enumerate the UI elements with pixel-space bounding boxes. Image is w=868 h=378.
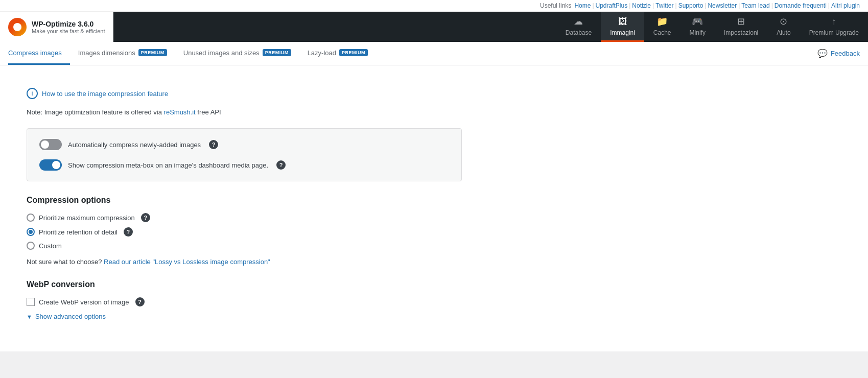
sub-tab-unused-label: Unused images and sizes <box>183 49 260 57</box>
sub-tab-dimensions[interactable]: Images dimensions PREMIUM <box>70 42 175 65</box>
nav-tab-minify[interactable]: 🎮 Minify <box>681 12 715 42</box>
useful-links-bar: Useful links Home| UpdraftPlus| Notizie|… <box>0 0 868 12</box>
article-link-text: Not sure what to choose? Read our articl… <box>27 258 462 266</box>
meta-box-label: Show compression meta-box on an image's … <box>68 161 268 169</box>
nav-tab-database[interactable]: ☁ Database <box>556 12 601 42</box>
cache-icon: 📁 <box>656 16 668 27</box>
nav-tab-aiuto-label: Aiuto <box>777 29 790 36</box>
radio-detail[interactable] <box>27 228 35 236</box>
info-link-text: How to use the image compression feature <box>42 90 168 98</box>
info-icon: i <box>27 88 38 99</box>
radio-group: Prioritize maximum compression ? Priorit… <box>27 213 462 250</box>
link-supporto[interactable]: Supporto <box>678 2 703 9</box>
logo-title: WP-Optimize 3.6.0 <box>32 20 105 28</box>
note-prefix: Note: Image optimization feature is offe… <box>27 108 164 116</box>
sub-tab-unused[interactable]: Unused images and sizes PREMIUM <box>175 42 299 65</box>
compression-section: Compression options Prioritize maximum c… <box>27 196 462 266</box>
sub-tab-lazyload[interactable]: Lazy-load PREMIUM <box>299 42 376 65</box>
auto-compress-help-icon[interactable]: ? <box>209 140 218 149</box>
sub-tab-dimensions-label: Images dimensions <box>78 49 135 57</box>
sub-tab-lazyload-label: Lazy-load <box>308 49 336 57</box>
note-text: Note: Image optimization feature is offe… <box>27 108 462 116</box>
chevron-down-icon: ▼ <box>27 314 32 320</box>
radio-max-label: Prioritize maximum compression <box>39 214 135 222</box>
nav-tab-database-label: Database <box>566 29 592 36</box>
nav-tab-immagini[interactable]: 🖼 Immagini <box>601 12 644 42</box>
webp-checkbox-row: Create WebP version of image ? <box>27 297 462 306</box>
auto-compress-row: Automatically compress newly-added image… <box>39 139 449 150</box>
radio-max-row: Prioritize maximum compression ? <box>27 213 462 222</box>
dimensions-badge: PREMIUM <box>138 49 167 56</box>
auto-compress-track <box>39 139 62 150</box>
info-link[interactable]: i How to use the image compression featu… <box>27 88 462 99</box>
impostazioni-icon: ⊞ <box>737 16 745 27</box>
advanced-options-label: Show advanced options <box>35 313 106 320</box>
meta-box-row: Show compression meta-box on an image's … <box>39 159 449 171</box>
resmush-link[interactable]: reSmush.it <box>164 108 196 116</box>
immagini-icon: 🖼 <box>618 16 627 27</box>
link-twitter[interactable]: Twitter <box>655 2 673 9</box>
sub-tab-compress[interactable]: Compress images <box>8 42 70 65</box>
radio-detail-row: Prioritize retention of detail ? <box>27 227 462 237</box>
nav-tab-premium[interactable]: ↑ Premium Upgrade <box>800 12 868 42</box>
main-content: i How to use the image compression featu… <box>14 78 474 330</box>
aiuto-icon: ⊙ <box>780 16 787 27</box>
webp-checkbox[interactable] <box>27 298 35 306</box>
radio-max[interactable] <box>27 214 35 222</box>
logo-text: WP-Optimize 3.6.0 Make your site fast & … <box>32 20 105 34</box>
link-altri[interactable]: Altri plugin <box>831 2 860 9</box>
logo-icon <box>8 18 27 36</box>
webp-title: WebP conversion <box>27 280 462 289</box>
logo-subtitle: Make your site fast & efficient <box>32 28 105 34</box>
nav-tab-premium-label: Premium Upgrade <box>809 29 859 36</box>
meta-box-help-icon[interactable]: ? <box>276 160 286 170</box>
meta-box-track <box>39 159 62 171</box>
link-domande[interactable]: Domande frequenti <box>775 2 827 9</box>
settings-card: Automatically compress newly-added image… <box>27 128 462 181</box>
nav-tab-impostazioni-label: Impostazioni <box>724 29 758 36</box>
unused-badge: PREMIUM <box>263 49 291 56</box>
webp-help-icon[interactable]: ? <box>135 297 145 306</box>
lazyload-badge: PREMIUM <box>339 49 368 56</box>
database-icon: ☁ <box>574 16 583 27</box>
useful-links-label: Useful links <box>540 2 571 9</box>
article-prefix: Not sure what to choose? <box>27 258 104 266</box>
advanced-options-link[interactable]: ▼ Show advanced options <box>27 313 462 320</box>
meta-box-toggle[interactable] <box>39 159 62 171</box>
auto-compress-label: Automatically compress newly-added image… <box>68 141 201 149</box>
link-notizie[interactable]: Notizie <box>632 2 651 9</box>
radio-detail-label: Prioritize retention of detail <box>39 228 118 236</box>
nav-tab-aiuto[interactable]: ⊙ Aiuto <box>767 12 800 42</box>
compression-title: Compression options <box>27 196 462 205</box>
link-teamlead[interactable]: Team lead <box>741 2 769 9</box>
sub-tab-compress-label: Compress images <box>8 49 62 57</box>
nav-tab-minify-label: Minify <box>690 29 706 36</box>
feedback-label: Feedback <box>831 50 860 57</box>
nav-tab-cache-label: Cache <box>653 29 671 36</box>
webp-checkbox-label: Create WebP version of image <box>39 298 129 306</box>
note-suffix: free API <box>196 108 221 116</box>
minify-icon: 🎮 <box>692 16 703 27</box>
feedback-button[interactable]: 💬 Feedback <box>817 49 860 58</box>
sub-tabs: Compress images Images dimensions PREMIU… <box>0 42 868 65</box>
radio-custom[interactable] <box>27 242 35 250</box>
link-updraftplus[interactable]: UpdraftPlus <box>596 2 628 9</box>
webp-section: WebP conversion Create WebP version of i… <box>27 280 462 320</box>
nav-tab-cache[interactable]: 📁 Cache <box>644 12 681 42</box>
feedback-icon: 💬 <box>817 49 828 58</box>
nav-tab-impostazioni[interactable]: ⊞ Impostazioni <box>715 12 767 42</box>
radio-custom-row: Custom <box>27 242 462 250</box>
radio-max-help-icon[interactable]: ? <box>141 213 150 222</box>
nav-tab-immagini-label: Immagini <box>610 29 635 36</box>
link-newsletter[interactable]: Newsletter <box>708 2 737 9</box>
radio-detail-help-icon[interactable]: ? <box>124 227 133 237</box>
premium-icon: ↑ <box>832 16 836 27</box>
auto-compress-toggle[interactable] <box>39 139 62 150</box>
link-home[interactable]: Home <box>574 2 591 9</box>
article-link[interactable]: Read our article "Lossy vs Lossless imag… <box>104 258 270 266</box>
radio-custom-label: Custom <box>39 242 62 250</box>
